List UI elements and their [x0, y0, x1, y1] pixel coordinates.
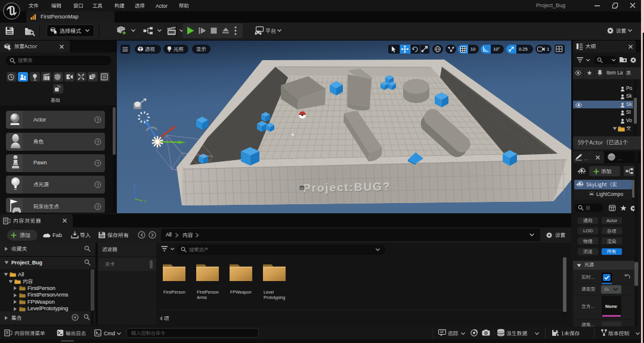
svg-text:?: ? [97, 139, 99, 144]
svg-text:?: ? [97, 182, 99, 188]
svg-text:Y: Y [144, 199, 147, 204]
svg-text:?: ? [97, 160, 99, 166]
svg-text:ab: ab [300, 186, 304, 190]
svg-text:Z: Z [133, 184, 136, 188]
svg-text:?: ? [97, 204, 99, 209]
svg-text:?: ? [97, 117, 99, 123]
